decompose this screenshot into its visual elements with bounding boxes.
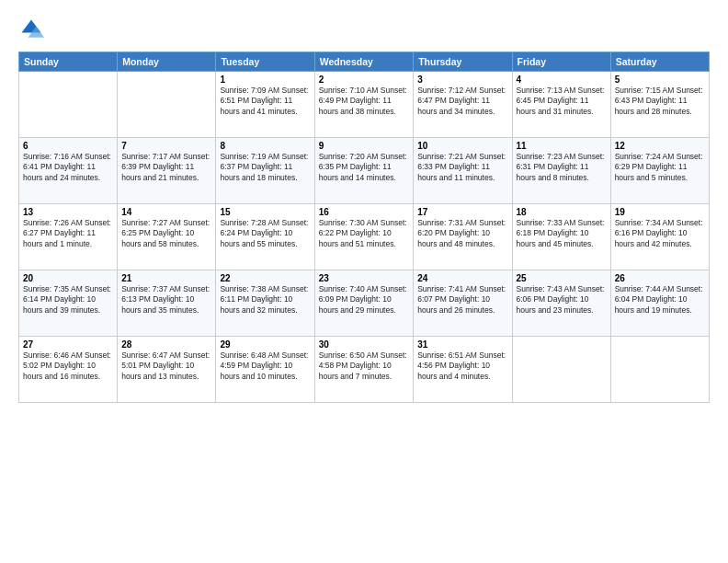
day-number: 10: [417, 141, 507, 151]
day-cell: 17Sunrise: 7:31 AM Sunset: 6:20 PM Dayli…: [414, 204, 512, 270]
day-number: 25: [517, 273, 607, 283]
day-cell: 15Sunrise: 7:28 AM Sunset: 6:24 PM Dayli…: [216, 204, 314, 270]
day-cell: [512, 337, 610, 403]
day-cell: 7Sunrise: 7:17 AM Sunset: 6:39 PM Daylig…: [118, 138, 216, 204]
day-info: Sunrise: 6:51 AM Sunset: 4:56 PM Dayligh…: [417, 350, 507, 382]
weekday-header-tuesday: Tuesday: [216, 52, 314, 72]
day-cell: 5Sunrise: 7:15 AM Sunset: 6:43 PM Daylig…: [610, 72, 709, 138]
calendar: SundayMondayTuesdayWednesdayThursdayFrid…: [18, 52, 710, 403]
day-info: Sunrise: 7:09 AM Sunset: 6:51 PM Dayligh…: [220, 86, 310, 117]
day-cell: 21Sunrise: 7:37 AM Sunset: 6:13 PM Dayli…: [118, 270, 216, 337]
weekday-header-sunday: Sunday: [19, 52, 118, 72]
day-info: Sunrise: 7:40 AM Sunset: 6:09 PM Dayligh…: [319, 284, 409, 316]
day-number: 2: [319, 75, 409, 85]
day-info: Sunrise: 7:24 AM Sunset: 6:29 PM Dayligh…: [615, 152, 705, 183]
day-cell: 24Sunrise: 7:41 AM Sunset: 6:07 PM Dayli…: [414, 270, 512, 337]
day-cell: [118, 72, 216, 138]
day-cell: 11Sunrise: 7:23 AM Sunset: 6:31 PM Dayli…: [512, 138, 610, 204]
day-cell: 19Sunrise: 7:34 AM Sunset: 6:16 PM Dayli…: [610, 204, 709, 270]
day-cell: 16Sunrise: 7:30 AM Sunset: 6:22 PM Dayli…: [314, 204, 413, 270]
day-info: Sunrise: 7:12 AM Sunset: 6:47 PM Dayligh…: [417, 86, 507, 117]
day-number: 23: [319, 273, 409, 283]
week-row-5: 27Sunrise: 6:46 AM Sunset: 5:02 PM Dayli…: [19, 337, 710, 403]
day-number: 20: [23, 273, 113, 283]
day-info: Sunrise: 7:44 AM Sunset: 6:04 PM Dayligh…: [615, 284, 705, 316]
logo-icon: [18, 17, 44, 42]
day-info: Sunrise: 7:23 AM Sunset: 6:31 PM Dayligh…: [517, 152, 607, 183]
day-number: 11: [517, 141, 607, 151]
day-info: Sunrise: 6:50 AM Sunset: 4:58 PM Dayligh…: [319, 350, 409, 382]
day-cell: 29Sunrise: 6:48 AM Sunset: 4:59 PM Dayli…: [216, 337, 314, 403]
day-number: 9: [319, 141, 409, 151]
day-number: 22: [220, 273, 310, 283]
day-info: Sunrise: 7:41 AM Sunset: 6:07 PM Dayligh…: [417, 284, 507, 316]
day-cell: 18Sunrise: 7:33 AM Sunset: 6:18 PM Dayli…: [512, 204, 610, 270]
day-cell: 3Sunrise: 7:12 AM Sunset: 6:47 PM Daylig…: [414, 72, 512, 138]
day-number: 8: [220, 141, 310, 151]
day-number: 5: [615, 75, 705, 85]
week-row-2: 6Sunrise: 7:16 AM Sunset: 6:41 PM Daylig…: [19, 138, 710, 204]
day-number: 17: [417, 207, 507, 217]
day-cell: 2Sunrise: 7:10 AM Sunset: 6:49 PM Daylig…: [314, 72, 413, 138]
weekday-header-friday: Friday: [512, 52, 610, 72]
day-info: Sunrise: 7:34 AM Sunset: 6:16 PM Dayligh…: [615, 218, 705, 249]
day-cell: 14Sunrise: 7:27 AM Sunset: 6:25 PM Dayli…: [118, 204, 216, 270]
day-number: 7: [121, 141, 211, 151]
day-number: 26: [615, 273, 705, 283]
day-info: Sunrise: 7:20 AM Sunset: 6:35 PM Dayligh…: [319, 152, 409, 183]
day-info: Sunrise: 7:33 AM Sunset: 6:18 PM Dayligh…: [517, 218, 607, 249]
week-row-1: 1Sunrise: 7:09 AM Sunset: 6:51 PM Daylig…: [19, 72, 710, 138]
day-info: Sunrise: 7:27 AM Sunset: 6:25 PM Dayligh…: [121, 218, 211, 249]
day-cell: 28Sunrise: 6:47 AM Sunset: 5:01 PM Dayli…: [118, 337, 216, 403]
day-cell: 9Sunrise: 7:20 AM Sunset: 6:35 PM Daylig…: [314, 138, 413, 204]
day-cell: 1Sunrise: 7:09 AM Sunset: 6:51 PM Daylig…: [216, 72, 314, 138]
day-cell: 6Sunrise: 7:16 AM Sunset: 6:41 PM Daylig…: [19, 138, 118, 204]
day-number: 31: [417, 339, 507, 350]
day-number: 27: [23, 339, 113, 350]
day-cell: 10Sunrise: 7:21 AM Sunset: 6:33 PM Dayli…: [414, 138, 512, 204]
day-info: Sunrise: 7:16 AM Sunset: 6:41 PM Dayligh…: [23, 152, 113, 183]
week-row-4: 20Sunrise: 7:35 AM Sunset: 6:14 PM Dayli…: [19, 270, 710, 337]
day-info: Sunrise: 7:15 AM Sunset: 6:43 PM Dayligh…: [615, 86, 705, 117]
week-row-3: 13Sunrise: 7:26 AM Sunset: 6:27 PM Dayli…: [19, 204, 710, 270]
day-number: 18: [517, 207, 607, 217]
day-number: 4: [517, 75, 607, 85]
weekday-header-monday: Monday: [118, 52, 216, 72]
day-cell: 23Sunrise: 7:40 AM Sunset: 6:09 PM Dayli…: [314, 270, 413, 337]
weekday-header-saturday: Saturday: [610, 52, 709, 72]
day-info: Sunrise: 7:19 AM Sunset: 6:37 PM Dayligh…: [220, 152, 310, 183]
weekday-header-thursday: Thursday: [414, 52, 512, 72]
day-cell: 4Sunrise: 7:13 AM Sunset: 6:45 PM Daylig…: [512, 72, 610, 138]
day-info: Sunrise: 6:46 AM Sunset: 5:02 PM Dayligh…: [23, 350, 113, 382]
day-info: Sunrise: 7:30 AM Sunset: 6:22 PM Dayligh…: [319, 218, 409, 249]
day-cell: 12Sunrise: 7:24 AM Sunset: 6:29 PM Dayli…: [610, 138, 709, 204]
day-number: 15: [220, 207, 310, 217]
page: SundayMondayTuesdayWednesdayThursdayFrid…: [0, 0, 728, 563]
day-cell: 20Sunrise: 7:35 AM Sunset: 6:14 PM Dayli…: [19, 270, 118, 337]
day-number: 1: [220, 75, 310, 85]
day-info: Sunrise: 7:37 AM Sunset: 6:13 PM Dayligh…: [121, 284, 211, 316]
day-cell: [610, 337, 709, 403]
day-info: Sunrise: 7:13 AM Sunset: 6:45 PM Dayligh…: [517, 86, 607, 117]
day-info: Sunrise: 7:43 AM Sunset: 6:06 PM Dayligh…: [517, 284, 607, 316]
day-info: Sunrise: 6:48 AM Sunset: 4:59 PM Dayligh…: [220, 350, 310, 382]
day-cell: 27Sunrise: 6:46 AM Sunset: 5:02 PM Dayli…: [19, 337, 118, 403]
day-info: Sunrise: 7:35 AM Sunset: 6:14 PM Dayligh…: [23, 284, 113, 316]
day-info: Sunrise: 7:26 AM Sunset: 6:27 PM Dayligh…: [23, 218, 113, 249]
day-cell: 13Sunrise: 7:26 AM Sunset: 6:27 PM Dayli…: [19, 204, 118, 270]
day-info: Sunrise: 7:21 AM Sunset: 6:33 PM Dayligh…: [417, 152, 507, 183]
day-number: 3: [417, 75, 507, 85]
logo: [18, 17, 48, 42]
day-cell: [19, 72, 118, 138]
day-number: 12: [615, 141, 705, 151]
weekday-header-row: SundayMondayTuesdayWednesdayThursdayFrid…: [19, 52, 710, 72]
day-cell: 31Sunrise: 6:51 AM Sunset: 4:56 PM Dayli…: [414, 337, 512, 403]
day-info: Sunrise: 7:17 AM Sunset: 6:39 PM Dayligh…: [121, 152, 211, 183]
day-number: 13: [23, 207, 113, 217]
day-cell: 30Sunrise: 6:50 AM Sunset: 4:58 PM Dayli…: [314, 337, 413, 403]
day-number: 24: [417, 273, 507, 283]
day-number: 30: [319, 339, 409, 350]
day-info: Sunrise: 7:38 AM Sunset: 6:11 PM Dayligh…: [220, 284, 310, 316]
day-info: Sunrise: 7:10 AM Sunset: 6:49 PM Dayligh…: [319, 86, 409, 117]
day-cell: 25Sunrise: 7:43 AM Sunset: 6:06 PM Dayli…: [512, 270, 610, 337]
